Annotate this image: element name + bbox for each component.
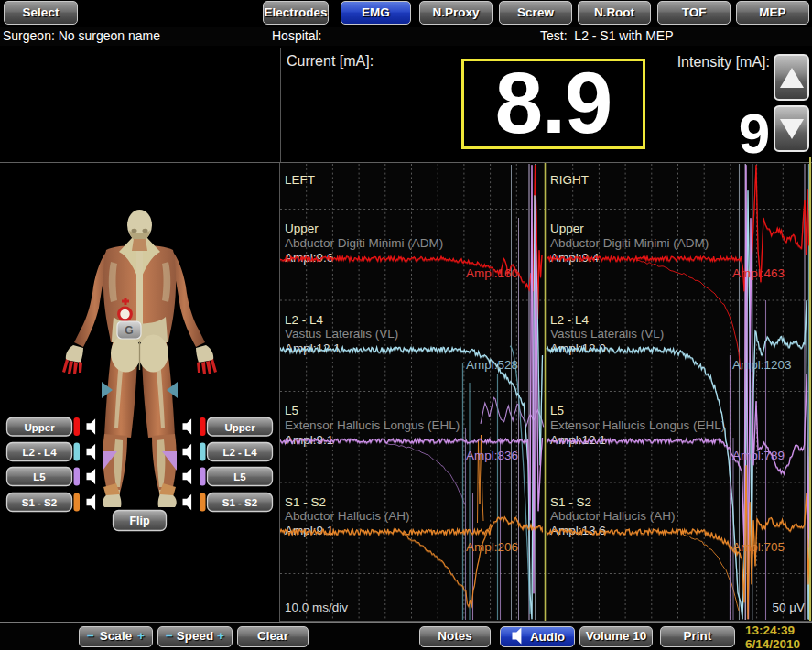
svg-text:Abductor Digiti Minimi (ADM): Abductor Digiti Minimi (ADM) xyxy=(285,236,443,250)
svg-text:L5: L5 xyxy=(233,471,246,482)
svg-text:Ampl:789: Ampl:789 xyxy=(732,449,785,462)
svg-text:S1 - S2: S1 - S2 xyxy=(222,497,257,508)
svg-text:Extensor Hallucis Longus (EHL): Extensor Hallucis Longus (EHL) xyxy=(550,418,725,432)
svg-text:Abductor Digiti Minimi (ADM): Abductor Digiti Minimi (ADM) xyxy=(550,236,709,250)
svg-text:LEFT: LEFT xyxy=(285,173,315,187)
svg-text:Upper: Upper xyxy=(224,422,255,433)
svg-text:RIGHT: RIGHT xyxy=(550,173,589,187)
svg-text:Ampl:160: Ampl:160 xyxy=(466,266,518,280)
svg-text:Extensor Hallucis Longus (EHL): Extensor Hallucis Longus (EHL) xyxy=(285,418,460,432)
svg-text:Abductor Hallucis (AH): Abductor Hallucis (AH) xyxy=(285,509,410,523)
svg-text:S1 - S2: S1 - S2 xyxy=(285,495,326,509)
svg-text:Ampl:1203: Ampl:1203 xyxy=(732,358,792,372)
svg-text:Abductor Hallucis (AH): Abductor Hallucis (AH) xyxy=(550,509,676,523)
svg-text:L2 - L4: L2 - L4 xyxy=(550,313,590,327)
svg-text:Ampl:705: Ampl:705 xyxy=(732,540,785,554)
svg-text:L2 - L4: L2 - L4 xyxy=(22,447,57,458)
svg-text:Ampl:463: Ampl:463 xyxy=(732,266,785,280)
svg-text:L5: L5 xyxy=(285,404,298,417)
svg-text:Ampl:528: Ampl:528 xyxy=(466,358,518,372)
svg-text:Vastus Lateralis (VL): Vastus Lateralis (VL) xyxy=(550,327,664,341)
svg-text:Ampl:836: Ampl:836 xyxy=(466,449,518,462)
svg-text:S1 - S2: S1 - S2 xyxy=(550,495,591,509)
svg-text:S1 - S2: S1 - S2 xyxy=(22,497,57,508)
svg-text:Ampl:206: Ampl:206 xyxy=(466,540,518,554)
svg-text:L2 - L4: L2 - L4 xyxy=(285,313,324,327)
svg-text:L5: L5 xyxy=(33,471,46,482)
svg-text:Flip: Flip xyxy=(129,515,150,527)
svg-text:50 µV: 50 µV xyxy=(772,601,805,614)
svg-text:Upper: Upper xyxy=(550,222,584,235)
svg-text:Upper: Upper xyxy=(24,422,55,433)
svg-text:L5: L5 xyxy=(550,404,564,417)
svg-text:L2 - L4: L2 - L4 xyxy=(222,447,257,458)
svg-text:10.0 ms/div: 10.0 ms/div xyxy=(285,601,348,614)
svg-text:Vastus Lateralis (VL): Vastus Lateralis (VL) xyxy=(285,327,398,341)
svg-text:Upper: Upper xyxy=(285,222,319,235)
